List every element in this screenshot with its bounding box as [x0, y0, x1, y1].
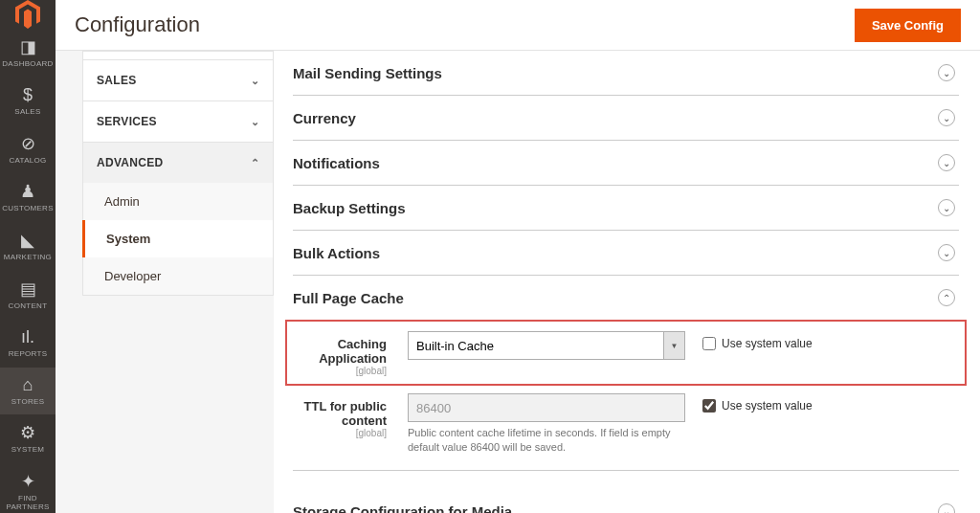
- caching-application-label: Caching Application: [319, 337, 387, 366]
- page-header: Configuration Save Config: [56, 0, 980, 51]
- nav-partners[interactable]: ✦FIND PARTNERS & EXTENSIONS: [0, 463, 56, 513]
- config-group-advanced[interactable]: ADVANCED ⌃: [83, 142, 273, 183]
- dollar-icon: $: [23, 85, 33, 105]
- ttl-label: TTL for public content: [304, 399, 387, 428]
- expand-icon: ⌄: [938, 109, 955, 126]
- layers-icon: ▤: [20, 279, 36, 300]
- expand-icon: ⌄: [938, 64, 955, 81]
- use-system-label: Use system value: [722, 337, 813, 350]
- nav-marketing[interactable]: ◣MARKETING: [0, 222, 56, 271]
- nav-sales[interactable]: $SALES: [0, 78, 56, 125]
- nav-stores[interactable]: ⌂STORES: [0, 368, 56, 415]
- collapse-icon: ⌃: [938, 289, 955, 306]
- nav-content[interactable]: ▤CONTENT: [0, 271, 56, 320]
- chevron-up-icon: ⌃: [251, 157, 259, 169]
- section-mail-sending[interactable]: Mail Sending Settings ⌄: [293, 51, 959, 96]
- puzzle-icon: ✦: [21, 471, 35, 492]
- bars-icon: ıl.: [21, 327, 34, 347]
- nav-catalog[interactable]: ⊘CATALOG: [0, 125, 56, 174]
- content-region: SALES ⌄ SERVICES ⌄ ADVANCED ⌃ Admin Syst…: [56, 51, 980, 513]
- section-notifications[interactable]: Notifications ⌄: [293, 141, 959, 186]
- section-storage-config[interactable]: Storage Configuration for Media ⌄: [293, 490, 959, 513]
- person-icon: ♟: [20, 181, 35, 202]
- caching-application-highlight: Caching Application [global] Built-in Ca…: [285, 320, 967, 386]
- section-full-page-cache[interactable]: Full Page Cache ⌃: [293, 276, 959, 320]
- expand-icon: ⌄: [938, 154, 955, 171]
- scope-label: [global]: [293, 428, 387, 438]
- save-config-button[interactable]: Save Config: [855, 9, 961, 42]
- config-item-admin[interactable]: Admin: [83, 183, 273, 220]
- caching-app-use-system-checkbox[interactable]: [702, 337, 716, 350]
- megaphone-icon: ◣: [21, 230, 34, 251]
- expand-icon: ⌄: [938, 199, 955, 216]
- ttl-help-text: Public content cache lifetime in seconds…: [408, 426, 685, 455]
- magento-logo-icon[interactable]: [0, 0, 56, 29]
- ttl-input[interactable]: [408, 393, 685, 422]
- nav-reports[interactable]: ıl.REPORTS: [0, 320, 56, 368]
- use-system-label: Use system value: [722, 399, 813, 413]
- store-icon: ⌂: [23, 375, 33, 395]
- select-dropdown-icon[interactable]: ▼: [664, 331, 685, 360]
- section-bulk-actions[interactable]: Bulk Actions ⌄: [293, 231, 959, 276]
- chevron-down-icon: ⌄: [251, 116, 259, 128]
- config-item-system[interactable]: System: [82, 220, 273, 257]
- gear-icon: ⚙: [20, 422, 35, 443]
- expand-icon: ⌄: [938, 244, 955, 261]
- dashboard-icon: ◨: [20, 36, 36, 57]
- caching-application-select[interactable]: Built-in Cache: [408, 331, 664, 360]
- tag-icon: ⊘: [21, 133, 35, 154]
- ttl-use-system-checkbox[interactable]: [702, 399, 716, 413]
- field-ttl: TTL for public content [global] Public c…: [293, 388, 959, 460]
- admin-leftbar: ◨DASHBOARD $SALES ⊘CATALOG ♟CUSTOMERS ◣M…: [0, 0, 56, 513]
- section-currency[interactable]: Currency ⌄: [293, 96, 959, 141]
- config-sidebar: SALES ⌄ SERVICES ⌄ ADVANCED ⌃ Admin Syst…: [56, 51, 274, 513]
- nav-customers[interactable]: ♟CUSTOMERS: [0, 173, 56, 222]
- config-item-developer[interactable]: Developer: [83, 257, 273, 295]
- field-caching-application: Caching Application [global] Built-in Ca…: [293, 325, 959, 382]
- section-backup[interactable]: Backup Settings ⌄: [293, 186, 959, 231]
- chevron-down-icon: ⌄: [251, 75, 259, 87]
- page-title: Configuration: [75, 12, 855, 37]
- config-group-services[interactable]: SERVICES ⌄: [83, 100, 273, 142]
- expand-icon: ⌄: [938, 503, 955, 513]
- nav-dashboard[interactable]: ◨DASHBOARD: [0, 29, 56, 78]
- config-group-sales[interactable]: SALES ⌄: [83, 59, 273, 100]
- nav-system[interactable]: ⚙SYSTEM: [0, 414, 56, 463]
- scope-label: [global]: [293, 366, 387, 376]
- settings-main: Mail Sending Settings ⌄ Currency ⌄ Notif…: [274, 51, 980, 513]
- section-full-page-cache-body: Caching Application [global] Built-in Ca…: [293, 320, 959, 471]
